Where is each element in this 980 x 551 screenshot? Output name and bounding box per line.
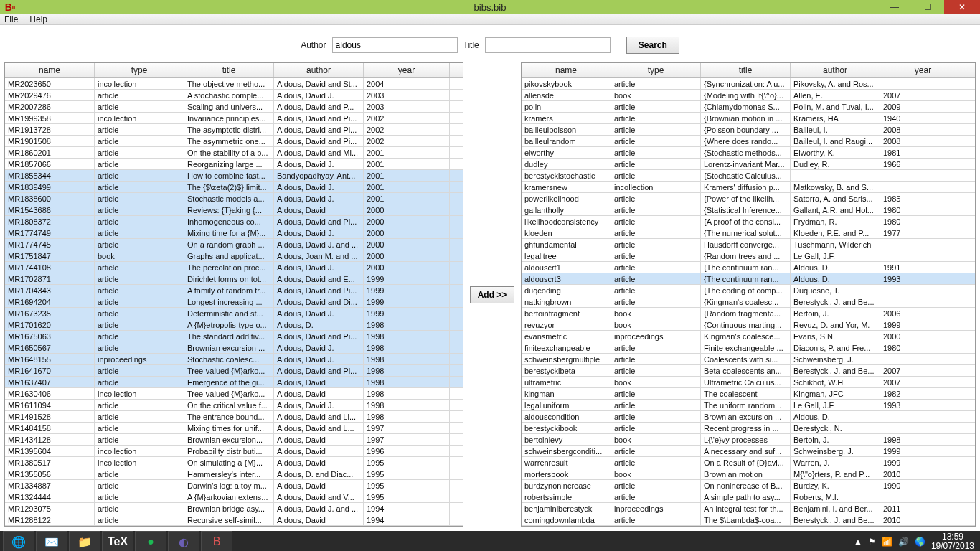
- table-row[interactable]: MR1650567articleBrownian excursion ...Al…: [5, 342, 463, 354]
- table-row[interactable]: legalltreearticle{Random trees and ...Le…: [522, 250, 975, 262]
- taskbar-app-icon[interactable]: B: [201, 531, 232, 551]
- table-row[interactable]: bailleulpoissonarticle{Poisson boundary …: [522, 124, 975, 136]
- table-row[interactable]: warrenresultarticleOn a Result of {D}avi…: [522, 457, 975, 468]
- table-row[interactable]: finiteexchangeablearticleFinite exchange…: [522, 342, 975, 354]
- table-row[interactable]: aldouscrt3article{The continuum ran...Al…: [522, 273, 975, 285]
- tray-network-icon[interactable]: 📶: [882, 537, 892, 547]
- table-row[interactable]: MR1355056articleHammersley's inter...Ald…: [5, 468, 463, 480]
- taskbar-eclipse-icon[interactable]: ◐: [168, 531, 199, 551]
- table-row[interactable]: kingmanarticleThe coalescentKingman, JFC…: [522, 388, 975, 400]
- table-row[interactable]: MR1395604incollectionProbability distrib…: [5, 446, 463, 457]
- table-row[interactable]: powerlikelihoodarticle{Power of the like…: [522, 193, 975, 204]
- table-row[interactable]: MR1839499articleThe {$\zeta(2)$} limit..…: [5, 182, 463, 193]
- table-row[interactable]: polinarticle{Chlamydomonas S...Polin, M.…: [522, 101, 975, 113]
- col-title[interactable]: title: [701, 63, 791, 77]
- table-row[interactable]: ultrametricbookUltrametric Calculus...Sc…: [522, 377, 975, 388]
- col-name[interactable]: name: [5, 63, 95, 77]
- table-row[interactable]: robertssimplearticleA simple path to asy…: [522, 491, 975, 503]
- table-row[interactable]: MR2029476articleA stochastic comple...Al…: [5, 90, 463, 101]
- table-row[interactable]: MR2023650incollectionThe objective metho…: [5, 78, 463, 90]
- table-row[interactable]: MR1694204articleLongest increasing ...Al…: [5, 296, 463, 308]
- table-row[interactable]: MR1913728articleThe asymptotic distri...…: [5, 124, 463, 136]
- table-row[interactable]: pikovskybookarticle{Synchronization: A u…: [522, 78, 975, 90]
- table-row[interactable]: MR1637407articleEmergence of the gi...Al…: [5, 377, 463, 388]
- tray-volume-icon[interactable]: 🔊: [898, 537, 909, 547]
- col-author[interactable]: author: [274, 63, 364, 77]
- table-row[interactable]: gallanthollyarticle{Statistical Inferenc…: [522, 204, 975, 216]
- table-row[interactable]: MR2007286articleScaling and univers...Al…: [5, 101, 463, 113]
- left-body[interactable]: MR2023650incollectionThe objective metho…: [5, 78, 463, 526]
- table-row[interactable]: MR1860201articleOn the stability of a b.…: [5, 147, 463, 159]
- close-button[interactable]: ✕: [944, 0, 980, 14]
- maximize-button[interactable]: ☐: [911, 0, 944, 14]
- table-row[interactable]: duqcodingarticle{The coding of comp...Du…: [522, 285, 975, 296]
- col-title[interactable]: title: [184, 63, 274, 77]
- table-row[interactable]: MR1434128articleBrownian excursion...Ald…: [5, 434, 463, 446]
- table-row[interactable]: natkingbrownarticle{Kingman's coalesc...…: [522, 296, 975, 308]
- table-row[interactable]: MR1380517incollectionOn simulating a {M}…: [5, 457, 463, 468]
- col-year[interactable]: year: [364, 63, 450, 77]
- table-row[interactable]: bertoinlevybookL{\'e}vy processesBertoin…: [522, 434, 975, 446]
- table-row[interactable]: benjaminiberestyckiinproceedingsAn integ…: [522, 503, 975, 514]
- table-row[interactable]: MR1704343articleA family of random tr...…: [5, 285, 463, 296]
- table-row[interactable]: MR1491528articleThe entrance bound...Ald…: [5, 411, 463, 423]
- table-row[interactable]: MR1484158articleMixing times for unif...…: [5, 423, 463, 434]
- table-row[interactable]: aldouscrt1article{The continuum ran...Al…: [522, 262, 975, 273]
- table-row[interactable]: bailleulrandomarticle{Where does rando..…: [522, 136, 975, 147]
- table-row[interactable]: MR1838600articleStochastic models a...Al…: [5, 193, 463, 204]
- col-author[interactable]: author: [791, 63, 880, 77]
- tray-flag-icon[interactable]: ⚑: [868, 537, 876, 547]
- taskbar-thunderbird-icon[interactable]: ✉️: [36, 531, 67, 551]
- clock[interactable]: 13:59 19/07/2013: [931, 532, 974, 551]
- table-row[interactable]: MR1808372articleInhomogeneous co...Aldou…: [5, 216, 463, 227]
- table-row[interactable]: MR1648155inproceedingsStochastic coalesc…: [5, 354, 463, 365]
- table-row[interactable]: MR1774749articleMixing time for a {M}...…: [5, 227, 463, 239]
- taskbar-tex-icon[interactable]: TeX: [102, 531, 133, 551]
- menu-file[interactable]: File: [4, 14, 18, 24]
- table-row[interactable]: comingdownlambdaarticleThe $\Lambda$-coa…: [522, 514, 975, 526]
- table-row[interactable]: evansmetricinproceedingsKingman's coales…: [522, 331, 975, 342]
- table-row[interactable]: elworthyarticle{Stochastic methods...Elw…: [522, 147, 975, 159]
- taskbar-spotify-icon[interactable]: ●: [135, 531, 166, 551]
- table-row[interactable]: MR1701620articleA {M}etropolis-type o...…: [5, 319, 463, 331]
- minimize-button[interactable]: —: [878, 0, 911, 14]
- table-row[interactable]: burdzynonincreasearticleOn nonincrease o…: [522, 480, 975, 491]
- table-row[interactable]: bertoinfragmentbook{Random fragmenta...B…: [522, 308, 975, 319]
- table-row[interactable]: MR1774745articleOn a random graph ...Ald…: [5, 239, 463, 250]
- table-row[interactable]: MR1630406incollectionTree-valued {M}arko…: [5, 388, 463, 400]
- table-row[interactable]: MR1751847bookGraphs and applicat...Aldou…: [5, 250, 463, 262]
- table-row[interactable]: MR1611094articleOn the critical value f.…: [5, 400, 463, 411]
- title-input[interactable]: [485, 37, 611, 53]
- table-row[interactable]: kloedenarticle{The numerical solut...Klo…: [522, 227, 975, 239]
- author-input[interactable]: [332, 37, 458, 53]
- table-row[interactable]: MR1288122articleRecursive self-simil...A…: [5, 514, 463, 526]
- table-row[interactable]: mortersbookbookBrownian motionM{\"o}rter…: [522, 468, 975, 480]
- table-row[interactable]: MR1901508articleThe asymmetric one...Ald…: [5, 136, 463, 147]
- search-button[interactable]: Search: [626, 37, 679, 54]
- table-row[interactable]: MR1543686articleReviews: {T}aking {...Al…: [5, 204, 463, 216]
- table-row[interactable]: berestyckibetaarticleBeta-coalescents an…: [522, 365, 975, 377]
- table-row[interactable]: MR1744108articleThe percolation proc...A…: [5, 262, 463, 273]
- table-row[interactable]: MR1324444articleA {M}arkovian extens...A…: [5, 491, 463, 503]
- table-row[interactable]: MR1673235articleDeterministic and st...A…: [5, 308, 463, 319]
- table-row[interactable]: allensdebook{Modeling with It{\^o}...All…: [522, 90, 975, 101]
- table-row[interactable]: kramersnewincollectionKramers' diffusion…: [522, 182, 975, 193]
- taskbar-chrome-icon[interactable]: 🌐: [3, 531, 34, 551]
- table-row[interactable]: MR1293075articleBrownian bridge asy...Al…: [5, 503, 463, 514]
- col-year[interactable]: year: [880, 63, 966, 77]
- table-row[interactable]: MR1675063articleThe standard additiv...A…: [5, 331, 463, 342]
- table-row[interactable]: aldousconditionarticleBrownian excursion…: [522, 411, 975, 423]
- col-type[interactable]: type: [611, 63, 701, 77]
- col-name[interactable]: name: [522, 63, 611, 77]
- col-type[interactable]: type: [95, 63, 184, 77]
- table-row[interactable]: berestyckistochasticarticle{Stochastic C…: [522, 170, 975, 182]
- table-row[interactable]: legalluniformarticleThe uniform random..…: [522, 400, 975, 411]
- table-row[interactable]: dudleyarticleLorentz-invariant Mar...Dud…: [522, 159, 975, 170]
- table-row[interactable]: ghfundamentalarticleHausdorff converge..…: [522, 239, 975, 250]
- taskbar-explorer-icon[interactable]: 📁: [69, 531, 100, 551]
- table-row[interactable]: kramersarticle{Brownian motion in ...Kra…: [522, 113, 975, 124]
- table-row[interactable]: MR1334887articleDarwin's log: a toy m...…: [5, 480, 463, 491]
- table-row[interactable]: MR1702871articleDirichlet forms on tot..…: [5, 273, 463, 285]
- table-row[interactable]: MR1999358incollectionInvariance principl…: [5, 113, 463, 124]
- tray-globe-icon[interactable]: 🌎: [915, 537, 925, 547]
